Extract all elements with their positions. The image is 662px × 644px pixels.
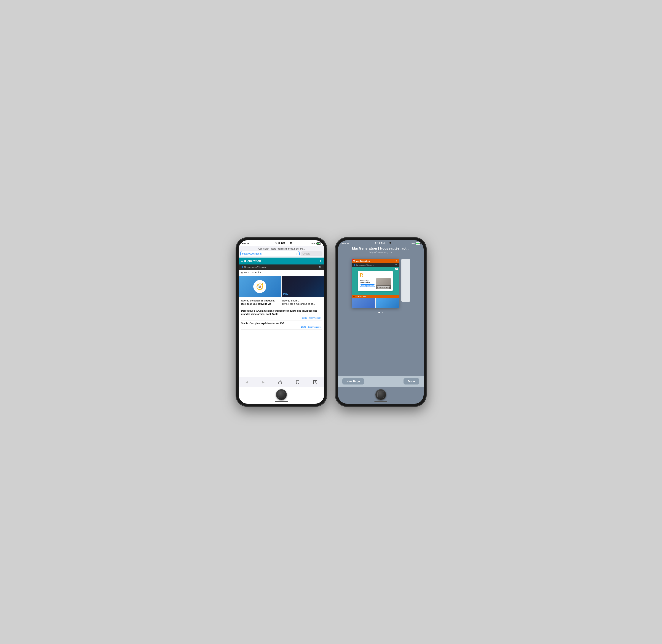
dark-thumb: Priv [282, 276, 324, 297]
site-login-bar: 👤 Se connecter/S'inscrire 🔍 [239, 264, 324, 270]
status-right: 74% [311, 243, 321, 245]
back-button[interactable]: ◀ [244, 379, 250, 385]
phone-2: SFR ≋ 3:19 PM 74% MacGeneration | Nouvea… [335, 238, 426, 406]
section-header: ⊞ ACTUALITÉS [239, 270, 324, 275]
priv-text: Priv [283, 293, 288, 296]
news-item-1[interactable]: Domotique : la Commission européenne inq… [241, 308, 322, 321]
pagination-dots [378, 312, 383, 313]
tab-card-title: ⌘ MacGeneration [353, 260, 370, 262]
bottom-nav: ◀ ▶ 2 [239, 377, 324, 387]
url-bar-area: iGeneration | Toute l'actualité iPhone, … [239, 246, 324, 257]
tab-card-body: ad R Soumettezvotre projet. laruchequebe… [352, 267, 399, 295]
home-button-2[interactable] [375, 389, 386, 400]
tab-card-articles [352, 298, 399, 308]
url-text: https://www.igen.fr/ [242, 252, 294, 255]
article-list: Aperçu de Safari 15 : nouveau look pour … [239, 297, 324, 331]
ad-card: R Soumettezvotre projet. laruchequebec.c… [358, 271, 393, 291]
tabs-button[interactable]: 2 [311, 379, 319, 385]
macgen-title: MacGeneration | Nouveautés, act... [338, 246, 424, 250]
close-icon: × [352, 259, 353, 260]
tab-art-2 [376, 298, 399, 308]
new-page-button[interactable]: New Page [342, 378, 364, 385]
status-bar-2: SFR ≋ 3:19 PM 74% [338, 240, 424, 246]
battery-fill-2 [416, 243, 419, 244]
macgen-logo-icon: ⌘ [353, 260, 356, 262]
ad-url: laruchequebec.com [360, 284, 375, 287]
status-bar-1: Bell ≋ 3:19 PM 74% [239, 240, 324, 246]
article-2-title[interactable]: Aperçu d'iClo...privé et des e-m pour pl… [282, 299, 322, 306]
home-btn-inner [278, 391, 285, 398]
login-text: 👤 Se connecter/S'inscrire [241, 266, 266, 268]
tab-search-icon: 🔍 [395, 264, 398, 266]
tab-card-partial [401, 259, 410, 302]
reload-icon[interactable]: ↺ [295, 252, 298, 255]
search-input[interactable]: Google [301, 251, 323, 256]
dot-1 [378, 312, 380, 313]
done-button[interactable]: Done [403, 378, 419, 385]
macgen-url: https://www.macg.co/ [338, 251, 424, 253]
section-title: ACTUALITÉS [244, 271, 261, 274]
home-button[interactable] [276, 389, 287, 400]
tab-login-text: 👤 Se connecter/S'inscrire [353, 264, 374, 266]
status-right-2: 74% [410, 243, 420, 245]
battery-percent: 74% [311, 243, 315, 245]
phone-1: Bell ≋ 3:19 PM 74% iGeneration | Toute l… [236, 238, 327, 406]
battery-icon-2 [416, 243, 420, 245]
grid-icon: ⊞ [241, 271, 243, 274]
dot-2 [382, 312, 383, 313]
macgen-title-area: MacGeneration | Nouveautés, act... https… [338, 246, 424, 253]
menu-icon[interactable]: ≡ [320, 259, 322, 263]
tab-card-header: ⌘ MacGeneration ≡ [352, 259, 399, 263]
news-1-meta: 21:15 | 0 commentaire [241, 317, 322, 319]
tab-title: iGeneration | Toute l'actualité iPhone, … [240, 248, 323, 250]
news-1-title: Domotique : la Commission européenne inq… [241, 309, 322, 316]
carrier-label: Bell [242, 242, 246, 245]
tab-card-section: ⊞ ACTUALITÉS [352, 295, 399, 298]
safari-icon: 🧭 [253, 280, 266, 293]
battery-icon [316, 243, 321, 245]
phone-1-screen: Bell ≋ 3:19 PM 74% iGeneration | Toute l… [239, 240, 324, 404]
site-logo: ∞ iGeneration [241, 259, 261, 263]
safari-thumb: 🧭 [239, 276, 281, 297]
tab-card-login: 👤 Se connecter/S'inscrire 🔍 [352, 263, 399, 267]
home-indicator-2 [374, 401, 387, 402]
news-2-title: Stadia n'est plus expérimental sur iOS [241, 322, 322, 325]
home-btn-inner-2 [377, 391, 384, 398]
carrier-label-2: SFR [341, 242, 346, 245]
status-time: 3:19 PM [275, 242, 285, 245]
home-indicator [275, 401, 288, 402]
news-2-meta: 20:45 | 2 commentaires [241, 326, 322, 328]
article-thumb-1[interactable]: 🧭 [239, 276, 281, 297]
bookmarks-button[interactable] [294, 379, 301, 385]
url-input[interactable]: https://www.igen.fr/ ↺ [240, 251, 300, 256]
battery-fill [316, 243, 320, 244]
ad-logo: R [360, 273, 391, 277]
tab-art-1 [352, 298, 375, 308]
status-time-2: 3:19 PM [375, 242, 384, 245]
tab-menu-icon[interactable]: ≡ [396, 260, 398, 262]
search-icon[interactable]: 🔍 [318, 266, 322, 269]
tabs-badge: 2 [313, 380, 317, 384]
person-icon: 👤 [241, 266, 244, 268]
wifi-icon-2: ≋ [347, 242, 349, 245]
wifi-icon: ≋ [247, 242, 249, 245]
tab-bottom-bar: New Page Done [338, 376, 424, 387]
ad-tagline: Soumettezvotre projet. [360, 279, 375, 283]
tab-card-macgen[interactable]: × ⌘ MacGeneration ≡ 👤 Se connecter/S' [352, 259, 399, 308]
share-button[interactable] [277, 379, 284, 385]
search-placeholder: Google [303, 252, 310, 255]
news-item-2[interactable]: Stadia n'est plus expérimental sur iOS 2… [241, 321, 322, 329]
battery-percent-2: 74% [410, 243, 415, 245]
article-thumb-2[interactable]: Priv [282, 276, 324, 297]
article-grid: 🧭 Priv [239, 276, 324, 297]
article-1-title[interactable]: Aperçu de Safari 15 : nouveau look pour … [241, 299, 281, 306]
ad-badge: ad [395, 268, 398, 270]
logo-icon: ∞ [241, 259, 243, 262]
phone-2-screen: SFR ≋ 3:19 PM 74% MacGeneration | Nouvea… [338, 240, 424, 404]
tab-preview-area: × ⌘ MacGeneration ≡ 👤 Se connecter/S' [342, 259, 419, 308]
status-left-2: SFR ≋ [341, 242, 349, 245]
forward-button[interactable]: ▶ [260, 379, 266, 385]
status-carrier-left: Bell ≋ [242, 242, 249, 245]
site-name: iGeneration [244, 259, 261, 263]
ad-url-2: laruchequebec.com [377, 286, 390, 289]
